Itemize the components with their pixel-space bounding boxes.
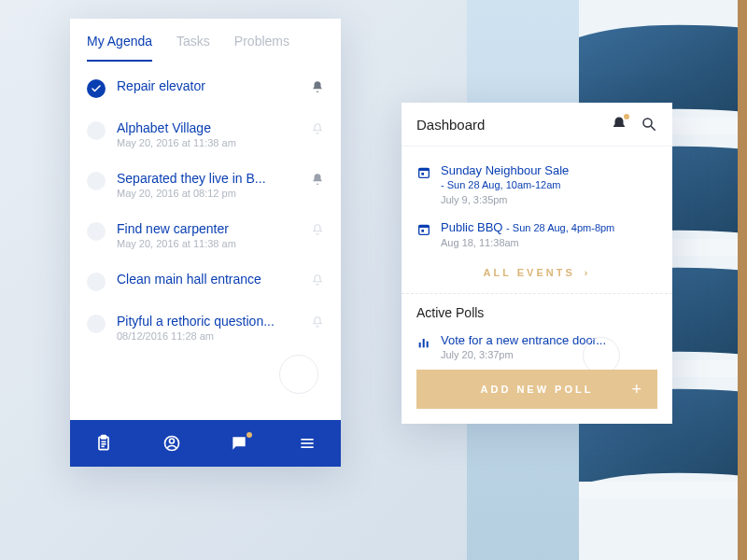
tab-label: My Agenda <box>87 34 152 49</box>
notification-bell-icon[interactable] <box>611 116 627 133</box>
item-meta: 08/12/2016 11:28 am <box>117 330 300 342</box>
status-dot-icon <box>87 121 106 140</box>
agenda-panel: My Agenda Tasks Problems Repair elevator… <box>70 19 341 467</box>
event-subtitle: - Sun 28 Aug, 4pm-8pm <box>506 222 614 233</box>
event-posted: Aug 18, 11:38am <box>441 237 614 248</box>
item-content: Clean main hall entrance <box>117 272 300 287</box>
chat-icon[interactable] <box>230 434 248 453</box>
bell-icon <box>311 80 324 93</box>
event-title-row: Sunday Neighbour Sale - Sun 28 Aug, 10am… <box>441 163 569 191</box>
svg-line-18 <box>651 126 655 131</box>
tab-problems[interactable]: Problems <box>234 34 289 62</box>
list-item[interactable]: Find new carpenter May 20, 2016 at 11:38… <box>70 210 341 260</box>
item-meta: May 20, 2016 at 08:12 pm <box>117 188 300 199</box>
bell-icon <box>311 173 324 186</box>
bell-icon <box>311 122 324 135</box>
status-dot-icon <box>87 172 106 190</box>
all-events-label: ALL EVENTS <box>484 267 575 278</box>
event-title: Sunday Neighbour Sale <box>441 163 569 177</box>
calendar-icon <box>416 222 431 237</box>
svg-rect-5 <box>579 482 747 498</box>
svg-rect-27 <box>427 342 429 348</box>
item-meta: May 20, 2016 at 11:38 am <box>117 238 300 249</box>
clipboard-icon[interactable] <box>94 434 113 453</box>
event-title-row: Public BBQ - Sun 28 Aug, 4pm-8pm <box>441 220 614 234</box>
search-icon[interactable] <box>641 116 657 133</box>
agenda-list: Repair elevator Alphabet Village May 20,… <box>70 62 341 467</box>
bell-icon <box>311 223 324 236</box>
notification-badge <box>247 432 252 438</box>
polls-heading: Active Polls <box>416 305 657 320</box>
event-item[interactable]: Sunday Neighbour Sale - Sun 28 Aug, 10am… <box>416 156 657 213</box>
notification-badge <box>624 114 629 119</box>
list-item[interactable]: Repair elevator <box>70 67 341 109</box>
bell-icon <box>311 315 324 329</box>
status-dot-icon <box>87 222 106 241</box>
svg-rect-23 <box>419 225 430 228</box>
bell-icon <box>311 273 324 287</box>
item-content: Repair elevator <box>117 78 300 93</box>
poll-title: Vote for a new entrance door... <box>441 333 657 347</box>
chevron-right-icon: › <box>585 267 591 278</box>
account-icon[interactable] <box>162 434 181 453</box>
event-content: Sunday Neighbour Sale - Sun 28 Aug, 10am… <box>441 163 569 205</box>
item-content: Alphabet Village May 20, 2016 at 11:38 a… <box>117 120 300 148</box>
events-section: Sunday Neighbour Sale - Sun 28 Aug, 10am… <box>402 147 672 294</box>
item-title: Clean main hall entrance <box>117 272 300 287</box>
event-subtitle: - Sun 28 Aug, 10am-12am <box>441 179 560 190</box>
item-content: Separated they live in B... May 20, 2016… <box>117 171 300 199</box>
item-title: Pityful a rethoric question... <box>117 314 300 329</box>
calendar-icon <box>416 165 431 180</box>
plus-icon: + <box>631 380 644 399</box>
poll-item[interactable]: Vote for a new entrance door... July 20,… <box>416 329 657 370</box>
svg-rect-8 <box>102 436 106 439</box>
svg-point-17 <box>643 119 652 127</box>
dashboard-header: Dashboard <box>402 103 672 147</box>
svg-rect-24 <box>421 230 424 232</box>
svg-rect-26 <box>423 339 425 347</box>
add-poll-button[interactable]: ADD NEW POLL + <box>416 370 657 409</box>
bar-chart-icon <box>416 335 431 350</box>
all-events-link[interactable]: ALL EVENTS › <box>416 256 657 282</box>
tab-my-agenda[interactable]: My Agenda <box>87 34 152 62</box>
list-item[interactable]: Alphabet Village May 20, 2016 at 11:38 a… <box>70 109 341 160</box>
item-content: Pityful a rethoric question... 08/12/201… <box>117 314 300 342</box>
tab-tasks[interactable]: Tasks <box>176 34 210 62</box>
svg-rect-20 <box>419 168 430 171</box>
event-posted: July 9, 3:35pm <box>441 194 569 205</box>
tab-label: Problems <box>234 34 289 49</box>
svg-rect-6 <box>738 0 747 560</box>
dashboard-panel: Dashboard Sunday Neighbour Sale - Sun 28… <box>402 103 672 424</box>
item-meta: May 20, 2016 at 11:38 am <box>117 137 300 148</box>
page-title: Dashboard <box>416 117 598 133</box>
item-content: Find new carpenter May 20, 2016 at 11:38… <box>117 221 300 249</box>
floating-action-button[interactable] <box>279 355 318 394</box>
add-poll-label: ADD NEW POLL <box>481 384 594 395</box>
list-item[interactable]: Clean main hall entrance <box>70 260 341 302</box>
item-title: Find new carpenter <box>117 221 300 236</box>
item-title: Alphabet Village <box>117 120 300 135</box>
menu-icon[interactable] <box>298 434 317 453</box>
status-dot-icon <box>87 273 106 291</box>
tabs-row: My Agenda Tasks Problems <box>70 19 341 62</box>
item-title: Separated they live in B... <box>117 171 300 186</box>
poll-meta: July 20, 3:37pm <box>441 349 657 360</box>
item-title: Repair elevator <box>117 78 300 93</box>
poll-content: Vote for a new entrance door... July 20,… <box>441 333 657 360</box>
svg-rect-21 <box>421 173 424 175</box>
list-item[interactable]: Pityful a rethoric question... 08/12/201… <box>70 302 341 353</box>
polls-section: Active Polls Vote for a new entrance doo… <box>402 294 672 424</box>
svg-point-13 <box>169 439 174 443</box>
check-icon <box>87 79 106 98</box>
event-content: Public BBQ - Sun 28 Aug, 4pm-8pm Aug 18,… <box>441 220 614 248</box>
tab-label: Tasks <box>176 34 210 49</box>
floating-action-button[interactable] <box>583 337 620 374</box>
bottom-nav <box>70 420 341 467</box>
list-item[interactable]: Separated they live in B... May 20, 2016… <box>70 160 341 210</box>
event-item[interactable]: Public BBQ - Sun 28 Aug, 4pm-8pm Aug 18,… <box>416 213 657 256</box>
event-title: Public BBQ <box>441 220 502 234</box>
status-dot-icon <box>87 315 106 333</box>
svg-rect-25 <box>419 343 421 347</box>
